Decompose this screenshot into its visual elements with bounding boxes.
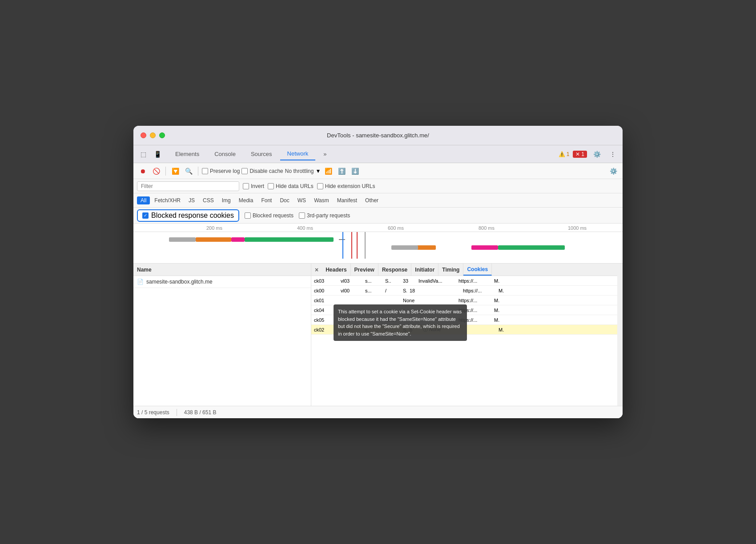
disable-cache-label: Disable cache [249, 168, 283, 174]
cookie-size-1: 33 [400, 276, 416, 285]
type-js[interactable]: JS [185, 196, 198, 204]
cookie-size-3: None [400, 296, 416, 305]
tab-bar-left: ⬚ 📱 [137, 148, 164, 160]
blocked-requests-checkbox[interactable] [245, 212, 251, 219]
timeline-vline-blue [342, 232, 343, 259]
download-icon[interactable]: ⬇️ [349, 165, 361, 177]
table-row[interactable]: ck02 vl02 s... / S.. 8 ⓘ None M. [311, 325, 617, 335]
warning-badge: ⚠️ 1 [559, 151, 570, 157]
cookie-path-3 [362, 296, 382, 305]
type-other[interactable]: Other [362, 196, 382, 204]
type-fetch-xhr[interactable]: Fetch/XHR [151, 196, 184, 204]
response-tab[interactable]: Response [378, 264, 411, 276]
disable-cache-checkbox[interactable] [241, 168, 248, 174]
cookie-initiator-3 [416, 296, 456, 305]
cookie-size-2: 18 [407, 286, 420, 295]
type-all[interactable]: All [137, 196, 150, 204]
timeline-bar-green [245, 237, 334, 242]
table-row[interactable]: ck05 Strict https://... M. [311, 315, 617, 325]
filter-input[interactable] [137, 181, 239, 191]
table-row[interactable]: ck01 None https://... M. This attempt to… [311, 296, 617, 305]
cookie-cookies-2: M. [496, 286, 509, 295]
network-settings-icon[interactable]: ⚙️ [607, 165, 619, 177]
cookie-name-ck05: ck05 [311, 315, 338, 324]
initiator-tab[interactable]: Initiator [411, 264, 438, 276]
blocked-cookies-filter[interactable]: ✓ Blocked response cookies [137, 209, 239, 222]
table-row[interactable]: ck00 vl00 s... / S.. 18 https://... M. [311, 286, 617, 296]
timeline-vline-red2 [357, 232, 358, 259]
type-wasm[interactable]: Wasm [310, 196, 333, 204]
preserve-log-label: Preserve log [210, 168, 240, 174]
hide-ext-label: Hide extension URLs [325, 183, 375, 189]
name-column-header: Name [133, 264, 311, 276]
tab-elements[interactable]: Elements [168, 148, 206, 160]
timeline-bar2-gray [391, 245, 418, 250]
timeline-200ms: 200 ms [169, 225, 260, 231]
type-doc[interactable]: Doc [276, 196, 293, 204]
type-media[interactable]: Media [235, 196, 257, 204]
title-bar: DevTools - samesite-sandbox.glitch.me/ [133, 126, 623, 145]
maximize-button[interactable] [159, 132, 165, 138]
minimize-button[interactable] [150, 132, 156, 138]
cookies-tab[interactable]: Cookies [463, 264, 492, 276]
tab-console[interactable]: Console [207, 148, 243, 160]
cookie-size-5 [400, 315, 416, 324]
type-manifest[interactable]: Manifest [334, 196, 361, 204]
preserve-log-checkbox[interactable] [202, 168, 208, 174]
third-party-checkbox[interactable] [299, 212, 305, 219]
cookie-initiator-5 [416, 315, 456, 324]
timeline-1000ms: 1000 ms [532, 225, 623, 231]
cookie-timing-6 [460, 325, 496, 334]
requests-count: 1 / 5 requests [137, 409, 169, 416]
device-icon[interactable]: 📱 [151, 148, 164, 160]
scrollbar[interactable] [617, 264, 623, 406]
cookie-cookies-3: M. [491, 296, 505, 305]
timeline-600ms: 600 ms [350, 225, 441, 231]
cursor-icon[interactable]: ⬚ [137, 148, 149, 160]
type-img[interactable]: Img [218, 196, 234, 204]
settings-icon[interactable]: ⚙️ [591, 148, 603, 160]
data-rows: ck03 vl03 s... S.. 33 InvalidVa... https… [311, 276, 617, 406]
cookie-initiator-2 [420, 286, 460, 295]
close-button[interactable] [141, 132, 146, 138]
warning-triangle-icon: ⚠️ [559, 151, 565, 157]
type-font[interactable]: Font [257, 196, 275, 204]
cookie-name-ck02: ck02 [311, 325, 338, 334]
stop-button[interactable]: ⏺ [137, 165, 149, 177]
tab-bar-right: ⚠️ 1 ✕ 1 ⚙️ ⋮ [559, 148, 619, 160]
tab-more[interactable]: » [316, 148, 334, 160]
list-item[interactable]: 📄 samesite-sandbox.glitch.me [133, 276, 311, 288]
cookie-s2-6: S.. [400, 325, 407, 334]
tab-sources[interactable]: Sources [244, 148, 279, 160]
upload-icon[interactable]: ⬆️ [336, 165, 347, 177]
filter-icon[interactable]: 🔽 [169, 165, 181, 177]
wifi-icon[interactable]: 📶 [322, 165, 334, 177]
cookie-timing-4: https://... [456, 305, 491, 315]
type-ws[interactable]: WS [294, 196, 310, 204]
table-row[interactable]: ck03 vl03 s... S.. 33 InvalidVa... https… [311, 276, 617, 286]
cookie-initiator-4 [416, 305, 456, 315]
hide-data-checkbox[interactable] [268, 183, 274, 189]
blocked-requests-row: Blocked requests [245, 212, 294, 219]
headers-tab[interactable]: Headers [322, 264, 350, 276]
toolbar-separator-1 [165, 167, 166, 176]
more-icon[interactable]: ⋮ [607, 148, 619, 160]
tab-network[interactable]: Network [280, 148, 316, 160]
table-row[interactable]: ck04 .ax https://... M. [311, 305, 617, 315]
timeline-bar-gray [169, 237, 196, 242]
preview-tab[interactable]: Preview [351, 264, 378, 276]
cookie-cookies-1: M. [491, 276, 505, 285]
type-css[interactable]: CSS [199, 196, 217, 204]
disable-cache-row: Disable cache [241, 168, 283, 174]
clear-button[interactable]: 🚫 [150, 165, 162, 177]
throttle-dropdown-icon[interactable]: ▼ [315, 168, 321, 174]
invert-checkbox[interactable] [243, 183, 249, 189]
close-panel-button[interactable]: × [311, 264, 322, 276]
timing-tab[interactable]: Timing [438, 264, 463, 276]
search-icon[interactable]: 🔍 [183, 165, 194, 177]
cookie-path-6: s... [362, 325, 382, 334]
blocked-cookies-label-text: Blocked response cookies [151, 212, 234, 220]
timeline-bars [133, 232, 623, 259]
hide-ext-checkbox[interactable] [317, 183, 323, 189]
blocked-cookies-checkbox[interactable]: ✓ [142, 212, 149, 219]
